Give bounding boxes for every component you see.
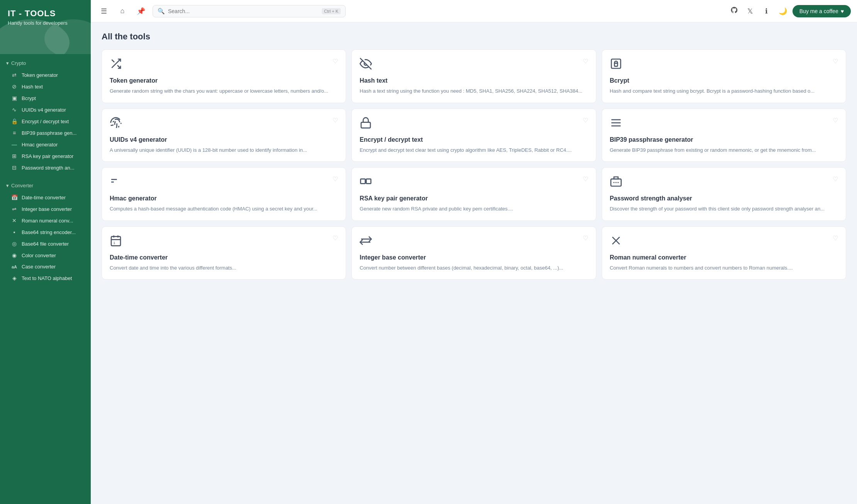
rsa-icon xyxy=(360,175,372,190)
arrows-lr-icon xyxy=(360,234,372,249)
sidebar-section-crypto: ▾ Crypto ⇄ Token generator ⊘ Hash text ▣… xyxy=(0,54,91,176)
base64-icon: ▪ xyxy=(11,229,18,235)
search-input[interactable] xyxy=(168,8,319,14)
topbar: ☰ ⌂ 📌 🔍 Ctrl + K 𝕏 ℹ � xyxy=(91,0,857,22)
favorite-icon[interactable]: ♡ xyxy=(333,117,338,124)
sidebar-item-label: Text to NATO alphabet xyxy=(22,275,72,281)
sidebar-item-label: RSA key pair generator xyxy=(22,153,73,159)
sidebar-item-base64-file[interactable]: ◎ Base64 file converter xyxy=(0,238,91,249)
home-button[interactable]: ⌂ xyxy=(115,4,129,18)
tool-card-integer-base[interactable]: ♡ Integer base converter Convert number … xyxy=(351,226,596,280)
fingerprint-icon: ∿ xyxy=(11,107,18,113)
file-icon: ◎ xyxy=(11,241,18,247)
tool-card-token-generator[interactable]: ♡ Token generator Generate random string… xyxy=(102,49,346,103)
tool-desc: Generate BIP39 passphrase from existing … xyxy=(610,146,838,154)
sidebar-item-bip39[interactable]: ≡ BIP39 passphrase gen... xyxy=(0,127,91,139)
tool-card-bcrypt[interactable]: ♡ Bcrypt Hash and compare text string us… xyxy=(602,49,846,103)
sidebar-item-bcrypt[interactable]: ▣ Bcrypt xyxy=(0,92,91,104)
favorite-icon[interactable]: ♡ xyxy=(833,117,838,124)
tool-name: Hash text xyxy=(360,77,588,84)
tool-desc: Generate new random RSA private and publ… xyxy=(360,205,588,213)
tool-card-header: ♡ xyxy=(610,117,838,132)
search-shortcut-badge: Ctrl + K xyxy=(322,8,341,14)
password-icon xyxy=(610,175,622,190)
sidebar-item-password-strength[interactable]: ⊟ Password strength an... xyxy=(0,162,91,173)
tool-card-header: ♡ xyxy=(610,175,838,190)
sidebar-item-integer-base[interactable]: ⇌ Integer base converter xyxy=(0,203,91,215)
sidebar-item-color-converter[interactable]: ◉ Color converter xyxy=(0,249,91,261)
favorite-icon[interactable]: ♡ xyxy=(833,234,838,242)
favorite-icon[interactable]: ♡ xyxy=(583,175,588,183)
sidebar-item-uuids[interactable]: ∿ UUIDs v4 generator xyxy=(0,104,91,115)
sidebar-item-label: Password strength an... xyxy=(22,165,75,171)
nato-icon: ◈ xyxy=(11,275,18,281)
tool-card-rsa[interactable]: ♡ RSA key pair generator Generate new ra… xyxy=(351,167,596,221)
tool-card-header: 1 ♡ xyxy=(110,234,338,249)
sidebar-item-roman-numeral[interactable]: ✕ Roman numeral conv... xyxy=(0,215,91,226)
x-mark-icon xyxy=(610,234,622,249)
search-bar[interactable]: 🔍 Ctrl + K xyxy=(153,5,346,17)
sidebar-category-crypto[interactable]: ▾ Crypto xyxy=(0,57,91,69)
tool-card-header: ♡ xyxy=(610,58,838,73)
github-button[interactable] xyxy=(728,5,741,18)
menu-toggle-button[interactable]: ☰ xyxy=(97,4,111,18)
info-button[interactable]: ℹ xyxy=(760,5,773,18)
tool-desc: Hash a text string using the function yo… xyxy=(360,87,588,95)
tool-card-datetime[interactable]: 1 ♡ Date-time converter Convert date and… xyxy=(102,226,346,280)
tool-name: Encrypt / decrypt text xyxy=(360,136,588,143)
sidebar-item-hash-text[interactable]: ⊘ Hash text xyxy=(0,81,91,92)
sidebar-category-converter[interactable]: ▾ Converter xyxy=(0,180,91,192)
tool-card-hmac[interactable]: ♡ Hmac generator Computes a hash-based m… xyxy=(102,167,346,221)
chevron-down-icon: ▾ xyxy=(6,183,9,188)
twitter-button[interactable]: 𝕏 xyxy=(744,5,757,18)
sidebar-item-datetime[interactable]: 📅 Date-time converter xyxy=(0,192,91,203)
tool-card-password-strength[interactable]: ♡ Password strength analyser Discover th… xyxy=(602,167,846,221)
tool-card-encrypt-decrypt[interactable]: ♡ Encrypt / decrypt text Encrypt and dec… xyxy=(351,109,596,162)
info-icon: ℹ xyxy=(765,7,768,15)
dark-mode-button[interactable]: 🌙 xyxy=(776,5,789,18)
sidebar-item-label: Date-time converter xyxy=(22,195,66,200)
sidebar-item-label: Hmac generator xyxy=(22,142,58,148)
lock-square-icon xyxy=(610,58,622,73)
lock-icon xyxy=(360,117,372,132)
sidebar-item-hmac[interactable]: — Hmac generator xyxy=(0,139,91,150)
tool-card-hash-text[interactable]: ♡ Hash text Hash a text string using the… xyxy=(351,49,596,103)
shuffle-icon xyxy=(110,58,122,73)
svg-rect-3 xyxy=(361,122,370,128)
favorite-icon[interactable]: ♡ xyxy=(333,234,338,242)
sidebar-item-case-converter[interactable]: aA Case converter xyxy=(0,261,91,272)
sidebar-item-base64-string[interactable]: ▪ Base64 string encoder... xyxy=(0,226,91,238)
favorite-icon[interactable]: ♡ xyxy=(333,58,338,65)
tool-name: BIP39 passphrase generator xyxy=(610,136,838,143)
rsa-icon: ⊞ xyxy=(11,153,18,159)
hmac-icon: — xyxy=(11,141,18,148)
favorite-icon[interactable]: ♡ xyxy=(333,175,338,183)
tool-card-roman-numeral[interactable]: ♡ Roman numeral converter Convert Roman … xyxy=(602,226,846,280)
sidebar-item-rsa[interactable]: ⊞ RSA key pair generator xyxy=(0,150,91,162)
tool-card-uuids[interactable]: ♡ UUIDs v4 generator A universally uniqu… xyxy=(102,109,346,162)
topbar-right: 𝕏 ℹ 🌙 Buy me a coffee ♥ xyxy=(728,5,851,18)
sidebar-item-label: UUIDs v4 generator xyxy=(22,107,66,113)
favorite-icon[interactable]: ♡ xyxy=(833,175,838,183)
tool-desc: Convert Roman numerals to numbers and co… xyxy=(610,264,838,272)
sidebar-item-encrypt-decrypt[interactable]: 🔒 Encrypt / decrypt text xyxy=(0,115,91,127)
calendar-icon: 📅 xyxy=(11,194,18,200)
heart-icon: ♥ xyxy=(841,8,844,14)
sidebar-category-label: Converter xyxy=(11,183,33,188)
password-icon: ⊟ xyxy=(11,165,18,171)
tool-card-bip39[interactable]: ♡ BIP39 passphrase generator Generate BI… xyxy=(602,109,846,162)
favorite-icon[interactable]: ♡ xyxy=(833,58,838,65)
buy-coffee-button[interactable]: Buy me a coffee ♥ xyxy=(793,5,851,17)
tool-card-header: ♡ xyxy=(110,117,338,132)
menu-icon: ≡ xyxy=(11,130,18,136)
sidebar-item-label: Color converter xyxy=(22,253,56,258)
pin-button[interactable]: 📌 xyxy=(134,4,148,18)
sidebar-item-nato[interactable]: ◈ Text to NATO alphabet xyxy=(0,272,91,284)
tool-card-header: ♡ xyxy=(360,58,588,73)
favorite-icon[interactable]: ♡ xyxy=(583,234,588,242)
sidebar-item-token-generator[interactable]: ⇄ Token generator xyxy=(0,69,91,81)
favorite-icon[interactable]: ♡ xyxy=(583,117,588,124)
sidebar-item-label: Base64 string encoder... xyxy=(22,229,76,235)
favorite-icon[interactable]: ♡ xyxy=(583,58,588,65)
tool-desc: Convert number between different bases (… xyxy=(360,264,588,272)
